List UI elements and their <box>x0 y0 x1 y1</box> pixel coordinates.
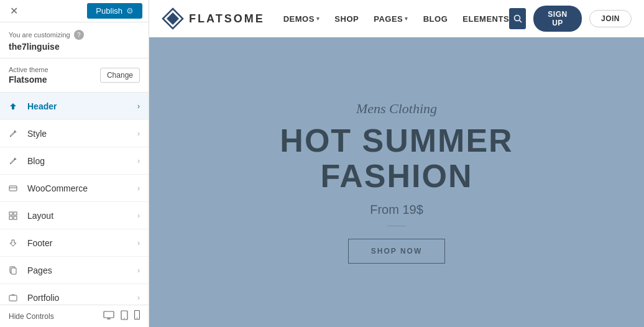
active-theme-label: Active theme <box>9 66 48 73</box>
sidebar-item-pages-label: Pages <box>27 265 137 275</box>
svg-rect-2 <box>9 212 12 215</box>
chevron-right-icon: › <box>137 129 140 138</box>
publish-label: Publish <box>96 6 122 16</box>
nav-link-pages[interactable]: PAGES ▾ <box>374 14 408 24</box>
style-icon <box>9 129 21 138</box>
logo-diamond-icon <box>162 7 184 30</box>
sidebar-item-blog[interactable]: Blog › <box>0 147 149 175</box>
hide-controls-label[interactable]: Hide Controls <box>9 312 97 321</box>
woocommerce-icon <box>9 184 21 193</box>
chevron-right-icon: › <box>137 239 140 247</box>
customizing-section: You are customizing ? the7linguise <box>0 22 149 58</box>
sidebar-item-portfolio[interactable]: Portfolio › <box>0 284 149 305</box>
sidebar-item-woocommerce-label: WooCommerce <box>27 183 137 193</box>
gear-icon: ⚙ <box>126 6 134 16</box>
chevron-right-icon: › <box>137 157 140 165</box>
blog-icon <box>9 157 21 165</box>
hero-price: From 19$ <box>370 203 423 217</box>
customizing-label: You are customizing ? <box>9 30 140 40</box>
search-button[interactable] <box>509 8 526 29</box>
panel-topbar: ✕ Publish ⚙ <box>0 0 149 22</box>
svg-rect-5 <box>14 216 17 219</box>
nav-link-demos[interactable]: DEMOS ▾ <box>283 14 320 24</box>
site-logo: FLATSOME <box>162 7 265 30</box>
logo-text: FLATSOME <box>189 12 265 25</box>
site-name: the7linguise <box>9 42 140 52</box>
mobile-view-icon[interactable] <box>134 310 140 322</box>
panel-bottombar: Hide Controls <box>0 305 149 327</box>
help-icon[interactable]: ? <box>74 30 84 40</box>
svg-marker-20 <box>167 12 179 25</box>
customizer-panel: ✕ Publish ⚙ You are customizing ? the7li… <box>0 0 149 327</box>
search-icon <box>513 14 522 23</box>
svg-rect-4 <box>9 216 12 219</box>
sidebar-item-header-label: Header <box>27 101 137 111</box>
sidebar-item-portfolio-label: Portfolio <box>27 293 137 303</box>
join-button[interactable]: JOIN <box>589 10 632 27</box>
site-nav: DEMOS ▾ SHOP PAGES ▾ BLOG ELEMENTS <box>283 14 509 24</box>
chevron-down-icon: ▾ <box>316 16 320 22</box>
theme-section: Active theme Flatsome Change <box>0 58 149 93</box>
hero-divider <box>387 226 406 226</box>
change-theme-button[interactable]: Change <box>100 68 140 83</box>
pages-icon <box>9 266 21 275</box>
sidebar-item-woocommerce[interactable]: WooCommerce › <box>0 175 149 202</box>
sidebar-item-blog-label: Blog <box>27 156 137 166</box>
theme-name: Flatsome <box>9 75 48 85</box>
sidebar-item-footer[interactable]: Footer › <box>0 229 149 257</box>
svg-point-21 <box>514 16 520 21</box>
signup-button[interactable]: SIGN UP <box>533 6 582 32</box>
site-header: FLATSOME DEMOS ▾ SHOP PAGES ▾ BLOG ELEME… <box>149 0 644 37</box>
sidebar-item-header[interactable]: Header › <box>0 93 149 120</box>
svg-rect-7 <box>11 268 16 274</box>
preview-area: FLATSOME DEMOS ▾ SHOP PAGES ▾ BLOG ELEME… <box>149 0 644 327</box>
publish-button[interactable]: Publish ⚙ <box>87 3 142 19</box>
svg-rect-0 <box>9 186 17 191</box>
svg-rect-12 <box>104 311 114 318</box>
svg-rect-8 <box>9 295 17 301</box>
svg-rect-3 <box>14 212 17 215</box>
footer-icon <box>9 239 21 247</box>
chevron-right-icon: › <box>137 293 140 302</box>
site-nav-right: SIGN UP JOIN <box>509 6 632 32</box>
header-icon <box>9 102 21 111</box>
hero-subtitle: Mens Clothing <box>356 101 437 117</box>
svg-point-16 <box>124 318 125 319</box>
nav-list: Header › Style › Blog › <box>0 93 149 305</box>
hero-area: Mens Clothing HOT SUMMER FASHION From 19… <box>149 37 644 327</box>
nav-link-elements[interactable]: ELEMENTS <box>462 14 509 24</box>
sidebar-item-style-label: Style <box>27 129 137 139</box>
hero-title: HOT SUMMER FASHION <box>280 123 513 194</box>
chevron-right-icon: › <box>137 184 140 193</box>
sidebar-item-style[interactable]: Style › <box>0 120 149 147</box>
chevron-right-icon: › <box>137 266 140 275</box>
chevron-down-icon: ▾ <box>405 16 408 22</box>
svg-point-18 <box>137 318 138 319</box>
portfolio-icon <box>9 293 21 302</box>
shop-now-button[interactable]: SHOP NOW <box>348 239 445 264</box>
chevron-right-icon: › <box>137 102 140 111</box>
layout-icon <box>9 211 21 220</box>
chevron-right-icon: › <box>137 211 140 220</box>
desktop-view-icon[interactable] <box>103 311 114 322</box>
sidebar-item-footer-label: Footer <box>27 238 137 248</box>
nav-link-blog[interactable]: BLOG <box>423 14 448 24</box>
svg-line-22 <box>519 21 522 23</box>
sidebar-item-pages[interactable]: Pages › <box>0 257 149 284</box>
sidebar-item-layout-label: Layout <box>27 211 137 221</box>
close-button[interactable]: ✕ <box>6 4 22 18</box>
tablet-view-icon[interactable] <box>121 310 128 323</box>
nav-link-shop[interactable]: SHOP <box>334 14 359 24</box>
sidebar-item-layout[interactable]: Layout › <box>0 202 149 229</box>
